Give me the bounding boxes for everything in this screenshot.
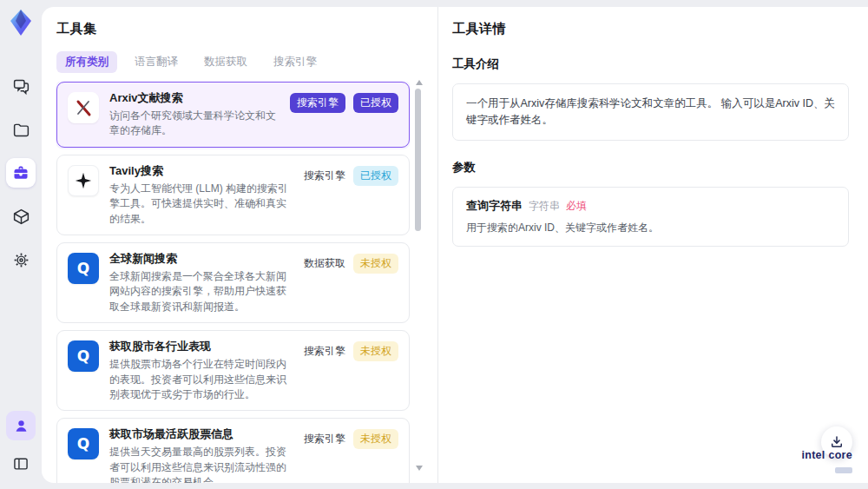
panel-toggle-icon[interactable] [6,449,36,479]
tool-name: 全球新闻搜索 [109,251,293,267]
qblue-icon: Q [68,340,99,372]
arxiv-icon [68,92,99,123]
tool-description: 访问各个研究领域大量科学论文和文章的存储库。 [109,109,279,139]
tool-status-badge: 未授权 [353,429,398,449]
params-heading: 参数 [452,160,849,175]
tool-status-badge: 已授权 [353,166,398,186]
settings-icon[interactable] [6,245,36,274]
intro-text: 一个用于从Arxiv存储库搜索科学论文和文章的工具。 输入可以是Arxiv ID… [452,83,849,141]
category-tab[interactable]: 数据获取 [195,51,256,73]
category-tabs: 所有类别语言翻译数据获取搜索引擎 [56,51,437,73]
toolbox-icon[interactable] [6,158,36,188]
tool-card[interactable]: Q 获取市场最活跃股票信息 提供当天交易量最高的股票列表。投资者可以利用这些信息… [56,418,410,483]
cube-icon[interactable] [6,202,36,231]
category-tab[interactable]: 搜索引擎 [265,51,326,73]
main-content: 工具集 所有类别语言翻译数据获取搜索引擎 Arxiv文献搜索 访问各个研究领域大… [42,7,868,483]
folder-icon[interactable] [6,115,36,144]
app-logo-icon [8,9,34,36]
tool-category-tag: 搜索引擎 [304,341,345,361]
param-type: 字符串 [529,199,560,214]
tool-category-tag: 搜索引擎 [290,93,345,113]
intro-heading: 工具介绍 [452,56,849,72]
sidebar [0,0,42,489]
param-name: 查询字符串 [466,198,523,214]
page-title: 工具集 [56,21,437,37]
tavily-icon [68,165,99,196]
scroll-down-arrow-icon[interactable] [416,466,423,471]
tool-status-badge: 未授权 [353,254,398,274]
tool-description: 专为人工智能代理 (LLM) 构建的搜索引擎工具。可快速提供实时、准确和真实的结… [109,182,293,227]
tool-description: 提供股票市场各个行业在特定时间段内的表现。投资者可以利用这些信息来识别表现优于或… [109,357,293,402]
tool-status-badge: 已授权 [353,93,398,113]
scroll-up-arrow-icon[interactable] [416,80,423,85]
tool-description: 提供当天交易量最高的股票列表。投资者可以利用这些信息来识别流动性强的股票和潜在的… [109,445,293,483]
detail-title: 工具详情 [452,21,849,37]
tool-category-tag: 搜索引擎 [304,166,345,186]
param-description: 用于搜索的Arxiv ID、关键字或作者姓名。 [466,221,835,235]
tool-name: Arxiv文献搜索 [109,90,279,106]
tool-detail-pane: 工具详情 工具介绍 一个用于从Arxiv存储库搜索科学论文和文章的工具。 输入可… [438,7,868,483]
tool-name: 获取市场最活跃股票信息 [109,426,293,442]
tool-status-badge: 未授权 [353,341,398,361]
intel-core-wordmark: intel core [801,449,852,461]
qblue-icon: Q [68,253,99,284]
tool-description: 全球新闻搜索是一个聚合全球各大新闻网站内容的搜索引擎，帮助用户快速获取全球最新资… [109,269,293,314]
chat-icon[interactable] [6,71,36,101]
param-item: 查询字符串 字符串 必填 用于搜索的Arxiv ID、关键字或作者姓名。 [452,187,849,247]
scrollbar-thumb[interactable] [415,89,421,231]
qblue-icon: Q [68,428,99,459]
tool-name: Tavily搜索 [109,163,293,179]
param-required-badge: 必填 [566,199,587,214]
user-icon[interactable] [6,411,36,440]
category-tab[interactable]: 所有类别 [56,51,117,73]
tool-list: Arxiv文献搜索 访问各个研究领域大量科学论文和文章的存储库。 搜索引擎 已授… [56,82,410,483]
tool-card[interactable]: Arxiv文献搜索 访问各个研究领域大量科学论文和文章的存储库。 搜索引擎 已授… [56,82,410,148]
tool-category-tag: 搜索引擎 [304,429,345,449]
intel-badge [835,467,852,473]
tool-name: 获取股市各行业表现 [109,339,293,354]
intel-core-logo: intel core [801,449,852,477]
category-tab[interactable]: 语言翻译 [126,51,187,73]
tool-list-pane: 工具集 所有类别语言翻译数据获取搜索引擎 Arxiv文献搜索 访问各个研究领域大… [42,7,438,483]
tool-card[interactable]: Q 获取股市各行业表现 提供股票市场各个行业在特定时间段内的表现。投资者可以利用… [56,330,410,411]
tool-card[interactable]: Tavily搜索 专为人工智能代理 (LLM) 构建的搜索引擎工具。可快速提供实… [56,155,410,235]
tool-category-tag: 数据获取 [304,254,345,274]
tool-card[interactable]: Q 全球新闻搜索 全球新闻搜索是一个聚合全球各大新闻网站内容的搜索引擎，帮助用户… [56,242,410,323]
